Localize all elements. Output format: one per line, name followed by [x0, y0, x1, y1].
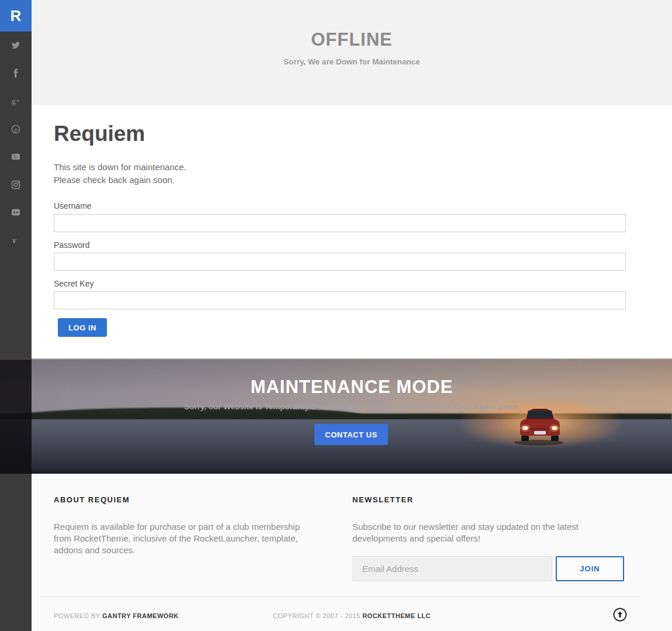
arrow-up-circle-icon	[612, 607, 628, 622]
sidebar-item-vimeo[interactable]: v	[0, 236, 32, 245]
facebook-icon	[11, 68, 20, 78]
hero-title: MAINTENANCE MODE	[32, 377, 672, 398]
google-plus-icon: g+	[11, 96, 20, 105]
offline-page: R g+ p YouTube v OFFLINE Sorry, We are D…	[0, 0, 672, 631]
secret-key-field[interactable]	[54, 291, 626, 309]
offline-subtitle: Sorry, We are Down for Maintenance	[32, 57, 672, 66]
newsletter-heading: NEWSLETTER	[352, 495, 414, 504]
footer: ABOUT REQUIEM Requiem is available for p…	[32, 474, 672, 631]
page-title: Requiem	[54, 122, 145, 146]
footer-bottom-bar: POWERED BY GANTRY FRAMEWORK COPYRIGHT © …	[32, 609, 672, 626]
join-button[interactable]: JOIN	[556, 556, 624, 581]
sidebar-item-google-plus[interactable]: g+	[0, 96, 32, 105]
vimeo-icon: v	[11, 236, 20, 245]
newsletter-text: Subscribe to our newsletter and stay upd…	[352, 521, 627, 544]
password-label: Password	[54, 240, 89, 250]
gantry-framework-link[interactable]: GANTRY FRAMEWORK	[102, 612, 179, 619]
svg-text:Tube: Tube	[13, 157, 18, 159]
svg-text:g+: g+	[12, 96, 20, 105]
twitter-icon	[11, 40, 20, 50]
footer-divider	[41, 596, 639, 597]
rockettheme-link[interactable]: ROCKETTHEME LLC	[362, 612, 431, 619]
flickr-icon	[11, 208, 20, 217]
powered-by-prefix: POWERED BY	[54, 612, 102, 619]
instagram-icon	[11, 180, 20, 189]
sidebar-item-pinterest[interactable]: p	[0, 125, 32, 134]
username-label: Username	[54, 201, 92, 211]
maintenance-login-panel: Requiem This site is down for maintenanc…	[32, 105, 672, 358]
email-field[interactable]	[352, 556, 552, 581]
hero-subtitle: Sorry, our Website is Temporarily Down f…	[32, 402, 672, 411]
sidebar-item-instagram[interactable]	[0, 180, 32, 189]
maintenance-hero: MAINTENANCE MODE Sorry, our Website is T…	[0, 358, 672, 474]
social-sidebar: R g+ p YouTube v	[0, 0, 32, 631]
maintenance-message-line2: Please check back again soon.	[54, 175, 175, 185]
svg-text:p: p	[14, 126, 17, 133]
about-text: Requiem is available for purchase or par…	[54, 521, 314, 556]
contact-us-button[interactable]: CONTACT US	[314, 424, 388, 445]
sidebar-item-flickr[interactable]	[0, 208, 32, 217]
copyright-prefix: COPYRIGHT © 2007 - 2015	[273, 612, 362, 619]
sidebar-item-twitter[interactable]	[0, 40, 32, 50]
about-heading: ABOUT REQUIEM	[54, 495, 130, 504]
login-button[interactable]: LOG IN	[58, 318, 107, 337]
svg-text:v: v	[13, 236, 17, 245]
pinterest-icon: p	[11, 125, 20, 134]
offline-title: OFFLINE	[32, 29, 672, 50]
copyright: COPYRIGHT © 2007 - 2015 ROCKETTHEME LLC	[223, 612, 480, 619]
youtube-icon: YouTube	[11, 152, 20, 161]
sidebar-item-facebook[interactable]	[0, 68, 32, 78]
back-to-top-button[interactable]	[612, 607, 628, 622]
offline-header: OFFLINE Sorry, We are Down for Maintenan…	[32, 0, 672, 105]
password-field[interactable]	[54, 253, 626, 271]
powered-by: POWERED BY GANTRY FRAMEWORK	[54, 612, 179, 619]
username-field[interactable]	[54, 214, 626, 232]
maintenance-message: This site is down for maintenance. Pleas…	[54, 161, 186, 187]
secret-key-label: Secret Key	[54, 279, 93, 288]
site-logo[interactable]: R	[0, 0, 32, 32]
maintenance-message-line1: This site is down for maintenance.	[54, 162, 186, 172]
hero-sidebar-shade	[0, 360, 32, 474]
sidebar-item-youtube[interactable]: YouTube	[0, 152, 32, 161]
